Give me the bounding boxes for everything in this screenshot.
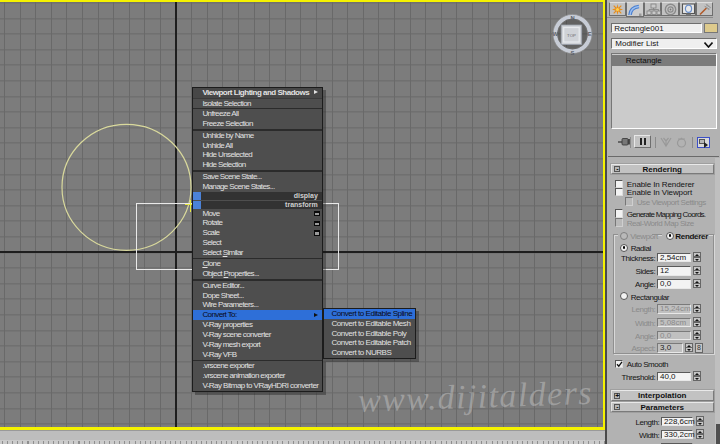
- svg-text:E: E: [588, 31, 592, 37]
- svg-text:N: N: [570, 15, 574, 21]
- svg-text:TOP: TOP: [567, 33, 576, 38]
- svg-text:W: W: [553, 31, 559, 37]
- svg-text:S: S: [571, 50, 575, 56]
